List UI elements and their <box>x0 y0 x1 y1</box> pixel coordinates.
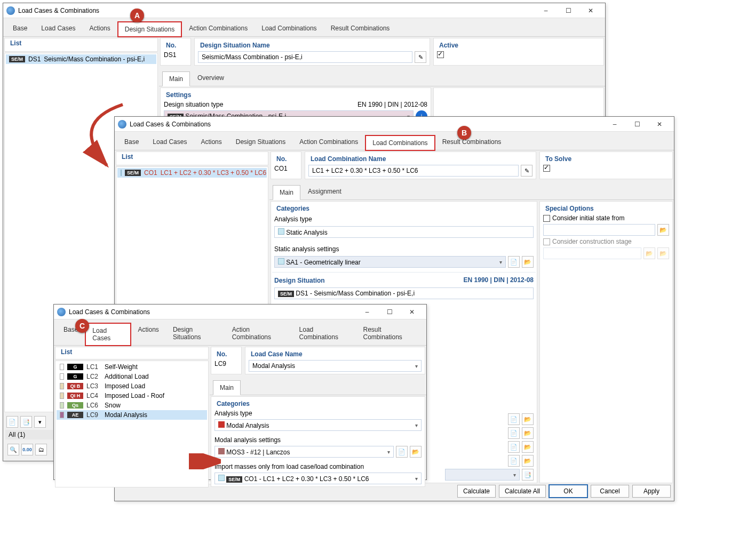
open-icon[interactable]: 📂 <box>522 413 534 425</box>
initstate-select[interactable] <box>543 224 655 236</box>
tab-load-combinations[interactable]: Load Combinations <box>255 21 323 36</box>
badge-sem: SE/M <box>125 170 141 176</box>
subtab-main[interactable]: Main <box>162 71 190 86</box>
tab-base[interactable]: Base <box>118 135 145 150</box>
list-item[interactable]: SE/M CO1 LC1 + LC2 + 0.30 * LC3 + 0.50 *… <box>117 168 267 178</box>
settings-header: Settings <box>162 89 430 100</box>
cancel-button[interactable]: Cancel <box>591 485 629 498</box>
empty-select[interactable]: ▾ <box>445 469 520 481</box>
ok-button[interactable]: OK <box>549 485 587 498</box>
ds-std: EN 1990 | DIN | 2012-08 <box>464 276 534 284</box>
open-icon[interactable]: 📂 <box>522 455 534 467</box>
new-icon[interactable]: 📄 <box>396 446 408 458</box>
subtab-main[interactable]: Main <box>213 380 241 395</box>
antype-select[interactable]: Static Analysis <box>274 226 534 238</box>
new-icon[interactable]: 📄 <box>508 441 520 453</box>
callout-c: C <box>75 319 89 333</box>
lc-id: LC3 <box>86 382 101 390</box>
maximize-button[interactable]: ☐ <box>557 4 579 17</box>
tab-actions[interactable]: Actions <box>194 135 228 150</box>
mas-select[interactable]: MOS3 - #12 | Lanczos ▾ <box>214 446 394 458</box>
tab-design-situations[interactable]: Design Situations <box>229 135 292 150</box>
tab-load-combinations[interactable]: Load Combinations <box>293 323 356 345</box>
list-item[interactable]: QI BLC3Imposed Load <box>57 381 207 391</box>
maximize-button[interactable]: ☐ <box>378 306 401 318</box>
tab-load-cases[interactable]: Load Cases <box>35 21 82 36</box>
subtab-main[interactable]: Main <box>273 185 300 200</box>
tab-load-combinations[interactable]: Load Combinations <box>365 135 434 150</box>
close-button[interactable]: ✕ <box>648 118 671 131</box>
tab-actions[interactable]: Actions <box>132 323 165 345</box>
edit-icon[interactable]: ✎ <box>415 51 426 63</box>
list-item[interactable]: QsLC6Snow <box>57 401 207 410</box>
new-icon[interactable]: 📄 <box>6 416 18 428</box>
footer-all[interactable]: All (1) <box>9 431 25 438</box>
list-item[interactable]: QI HLC4Imposed Load - Roof <box>57 391 207 401</box>
tab-result-combinations[interactable]: Result Combinations <box>436 135 508 150</box>
more-icon[interactable]: ▾ <box>34 416 46 428</box>
ds-select[interactable]: SE/M DS1 - Seismic/Mass Combination - ps… <box>274 287 534 299</box>
swatch-icon <box>60 393 64 399</box>
tab-base[interactable]: Base <box>6 21 34 36</box>
list-item[interactable]: GLC2Additional Load <box>57 372 207 381</box>
copy-icon[interactable]: 📑 <box>20 416 32 428</box>
tab-result-combinations[interactable]: Result Combinations <box>356 323 423 345</box>
open-icon[interactable]: 📂 <box>410 446 422 458</box>
tab-load-cases[interactable]: Load Cases <box>85 323 130 346</box>
tab-result-combinations[interactable]: Result Combinations <box>324 21 396 36</box>
new-icon[interactable]: 📄 <box>508 256 520 268</box>
new-icon[interactable]: 📄 <box>508 455 520 467</box>
units-icon[interactable]: 0.00 <box>21 444 33 455</box>
open-icon[interactable]: 📂 <box>522 427 534 439</box>
minimize-button[interactable]: – <box>535 4 557 17</box>
tab-action-combinations[interactable]: Action Combinations <box>293 135 364 150</box>
copy-icon[interactable]: 📑 <box>522 469 534 481</box>
solve-checkbox[interactable] <box>543 165 550 172</box>
chevron-down-icon: ▾ <box>415 476 418 482</box>
tab-actions[interactable]: Actions <box>83 21 116 36</box>
chevron-down-icon: ▾ <box>415 363 418 369</box>
lcname-select[interactable]: Modal Analysis ▾ <box>249 360 422 372</box>
list-item[interactable]: AELC9Modal Analysis <box>57 410 207 420</box>
tab-design-situations[interactable]: Design Situations <box>118 22 181 37</box>
new-icon[interactable]: 📄 <box>508 427 520 439</box>
apply-button[interactable]: Apply <box>632 485 671 498</box>
solve-label: To Solve <box>541 153 671 164</box>
list-item[interactable]: GLC1Self-Weight <box>57 362 207 372</box>
minimize-button[interactable]: – <box>356 306 378 318</box>
tab-design-situations[interactable]: Design Situations <box>166 323 225 345</box>
tree-icon[interactable]: 🗂 <box>35 444 47 455</box>
lc-name: Snow <box>105 402 121 409</box>
calculate-all-button[interactable]: Calculate All <box>499 485 546 498</box>
minimize-button[interactable]: – <box>603 118 626 131</box>
sas-select[interactable]: SA1 - Geometrically linear ▾ <box>274 256 506 268</box>
maximize-button[interactable]: ☐ <box>626 118 648 131</box>
initstate-checkbox[interactable] <box>543 215 550 222</box>
co-id: CO1 <box>144 169 157 177</box>
subtab-assignment[interactable]: Assignment <box>301 185 348 199</box>
dstype-label: Design situation type <box>164 101 223 108</box>
close-button[interactable]: ✕ <box>401 306 423 318</box>
new-icon[interactable]: 📄 <box>508 413 520 425</box>
lcname-input[interactable] <box>308 165 519 177</box>
import-select[interactable]: SE/M CO1 - LC1 + LC2 + 0.30 * LC3 + 0.50… <box>214 473 422 484</box>
lcname-label: Load Case Name <box>247 348 424 359</box>
antype-select[interactable]: Modal Analysis ▾ <box>214 419 422 431</box>
dsname-input[interactable] <box>198 51 412 63</box>
open-icon[interactable]: 📂 <box>522 256 534 268</box>
lcname-value: Modal Analysis <box>252 362 295 370</box>
tab-load-cases[interactable]: Load Cases <box>146 135 193 150</box>
list-item[interactable]: SE/M DS1 Seismic/Mass Combination - psi-… <box>6 54 156 64</box>
calculate-button[interactable]: Calculate <box>457 485 496 498</box>
close-button[interactable]: ✕ <box>579 4 602 17</box>
tab-action-combinations[interactable]: Action Combinations <box>226 323 292 345</box>
active-checkbox[interactable] <box>437 51 444 58</box>
subtab-overview[interactable]: Overview <box>191 71 231 86</box>
active-label: Active <box>435 39 602 50</box>
search-icon[interactable]: 🔍 <box>7 444 19 455</box>
open-icon[interactable]: 📂 <box>657 224 669 236</box>
tab-action-combinations[interactable]: Action Combinations <box>182 21 254 36</box>
open-icon[interactable]: 📂 <box>522 441 534 453</box>
edit-icon[interactable]: ✎ <box>521 165 533 177</box>
titlebar: Load Cases & Combinations – ☐ ✕ <box>3 3 605 18</box>
